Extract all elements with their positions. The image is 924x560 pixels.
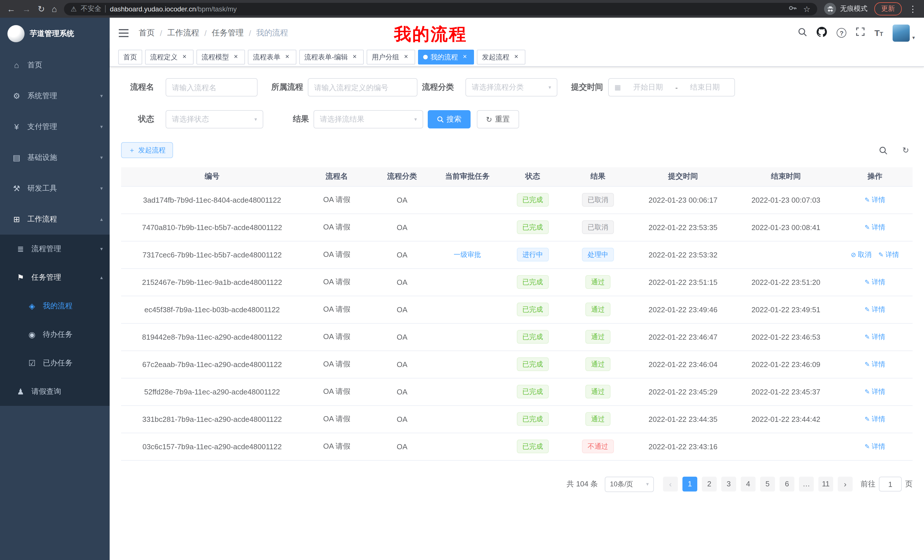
sidebar-item-infrastructure[interactable]: ▤基础设施▾ xyxy=(0,142,110,173)
help-icon[interactable]: ? xyxy=(837,28,846,38)
sidebar-item-task-mgmt[interactable]: ⚑任务管理▴ xyxy=(0,263,110,292)
breadcrumb-item[interactable]: 工作流程 xyxy=(167,28,199,38)
page-button-6[interactable]: 6 xyxy=(780,477,794,491)
sidebar-item-home[interactable]: ⌂首页 xyxy=(0,49,110,81)
row-action-detail[interactable]: ✎详情 xyxy=(865,414,885,424)
current-task-link[interactable]: 一级审批 xyxy=(454,250,481,258)
row-action-detail[interactable]: ✎详情 xyxy=(865,442,885,451)
tab-user-group[interactable]: 用户分组× xyxy=(367,49,415,64)
page-button-3[interactable]: 3 xyxy=(721,477,736,491)
github-icon[interactable] xyxy=(817,27,827,39)
goto-page-input[interactable] xyxy=(879,477,902,491)
page-button-2[interactable]: 2 xyxy=(702,477,717,491)
sidebar-item-my-process[interactable]: ◈我的流程 xyxy=(0,292,110,320)
sidebar-item-payment[interactable]: ¥支付管理▾ xyxy=(0,111,110,142)
refresh-table-icon[interactable]: ↻ xyxy=(899,143,913,157)
search-icon[interactable] xyxy=(798,27,807,39)
sidebar-item-system[interactable]: ⚙系统管理▾ xyxy=(0,81,110,111)
result-select[interactable]: 请选择流结果▾ xyxy=(314,110,423,129)
process-category-cell: OA xyxy=(370,405,434,433)
pagination: 共 104 条 10条/页▾ ‹ 123456…11 › 前往 页 xyxy=(121,476,913,492)
sidebar-item-dev-tools[interactable]: ⚒研发工具▾ xyxy=(0,173,110,204)
font-size-icon[interactable]: TT xyxy=(874,28,883,38)
sidebar-item-todo-tasks[interactable]: ◉待办任务 xyxy=(0,320,110,349)
sidebar-item-workflow[interactable]: ⊞工作流程▴ xyxy=(0,204,110,235)
browser-home-icon[interactable]: ⌂ xyxy=(52,4,57,13)
user-menu[interactable]: ▾ xyxy=(893,24,915,41)
process-name-input[interactable] xyxy=(166,78,258,96)
tab-start-process[interactable]: 发起流程× xyxy=(477,49,525,64)
status-cell: 已完成 xyxy=(501,214,564,241)
action-label: 详情 xyxy=(885,250,899,259)
close-tab-icon[interactable]: × xyxy=(232,53,240,61)
sidebar-item-process-mgmt[interactable]: ≣流程管理▾ xyxy=(0,235,110,263)
category-select[interactable]: 请选择流程分类▾ xyxy=(465,78,557,96)
parent-process-input[interactable] xyxy=(308,78,417,96)
current-task-cell xyxy=(434,186,501,214)
submit-time-range-picker[interactable]: ▦ 开始日期 - 结束日期 xyxy=(608,78,735,96)
process-id-cell: ec45f38f-7b9a-11ec-b03b-acde48001122 xyxy=(121,296,303,323)
page-button-1[interactable]: 1 xyxy=(682,477,697,491)
tab-process-definition[interactable]: 流程定义× xyxy=(145,49,194,64)
page-button-5[interactable]: 5 xyxy=(760,477,775,491)
tab-process-model[interactable]: 流程模型× xyxy=(196,49,245,64)
toggle-search-icon[interactable] xyxy=(876,143,890,157)
update-button[interactable]: 更新 xyxy=(874,2,902,15)
table-row: 331bc281-7b9a-11ec-a290-acde48001122OA 请… xyxy=(121,405,913,433)
avatar[interactable] xyxy=(893,24,910,41)
hamburger-icon[interactable] xyxy=(119,28,130,37)
system-icon: ⚙ xyxy=(11,91,22,100)
close-tab-icon[interactable]: × xyxy=(180,53,189,61)
process-category-cell: OA xyxy=(370,214,434,241)
actions-cell: ✎详情 xyxy=(837,268,913,296)
current-task-cell xyxy=(434,378,501,405)
tab-process-form[interactable]: 流程表单× xyxy=(248,49,296,64)
password-key-icon[interactable] xyxy=(788,3,798,14)
action-label: 详情 xyxy=(872,277,885,287)
bookmark-star-icon[interactable]: ☆ xyxy=(803,4,810,13)
address-bar[interactable]: ⚠ 不安全 dashboard.yudao.iocoder.cn/bpm/tas… xyxy=(64,3,817,15)
status-cell: 已完成 xyxy=(501,268,564,296)
result-cell: 已取消 xyxy=(564,186,632,214)
page-button-4[interactable]: 4 xyxy=(741,477,756,491)
breadcrumb-item[interactable]: 任务管理 xyxy=(212,28,244,38)
next-page-button[interactable]: › xyxy=(838,477,853,491)
sidebar-item-leave-query[interactable]: ♟请假查询 xyxy=(0,377,110,406)
sidebar-item-done-tasks[interactable]: ☑已办任务 xyxy=(0,349,110,377)
tab-my-process[interactable]: 我的流程× xyxy=(418,49,474,64)
page-size-select[interactable]: 10条/页▾ xyxy=(605,476,654,492)
prev-page-button[interactable]: ‹ xyxy=(663,477,678,491)
close-tab-icon[interactable]: × xyxy=(512,53,520,61)
search-button[interactable]: 搜索 xyxy=(428,110,471,129)
row-action-cancel[interactable]: ⊘取消 xyxy=(851,250,872,259)
browser-forward-icon[interactable]: → xyxy=(22,4,31,13)
tab-home[interactable]: 首页 xyxy=(118,49,142,64)
close-tab-icon[interactable]: × xyxy=(402,53,410,61)
breadcrumb-item[interactable]: 首页 xyxy=(139,28,155,38)
result-cell: 处理中 xyxy=(564,241,632,268)
page-button-11[interactable]: 11 xyxy=(818,477,833,491)
row-action-detail[interactable]: ✎详情 xyxy=(865,359,885,369)
row-action-detail[interactable]: ✎详情 xyxy=(865,332,885,341)
row-action-detail[interactable]: ✎详情 xyxy=(865,222,885,232)
browser-back-icon[interactable]: ← xyxy=(7,4,15,13)
chevron-down-icon: ▾ xyxy=(100,246,103,252)
reset-button[interactable]: ↻重置 xyxy=(477,110,519,129)
fullscreen-icon[interactable] xyxy=(856,27,865,38)
row-action-detail[interactable]: ✎详情 xyxy=(865,195,885,205)
browser-menu-icon[interactable]: ⋮ xyxy=(909,4,917,14)
row-action-detail[interactable]: ✎详情 xyxy=(878,250,899,259)
result-tag: 已取消 xyxy=(582,193,614,207)
create-process-button[interactable]: ＋发起流程 xyxy=(121,142,173,158)
process-name-cell: OA 请假 xyxy=(303,186,370,214)
pagination-more[interactable]: … xyxy=(799,477,814,491)
row-action-detail[interactable]: ✎详情 xyxy=(865,387,885,397)
status-select[interactable]: 请选择状态▾ xyxy=(166,110,263,129)
close-tab-icon[interactable]: × xyxy=(461,53,469,61)
row-action-detail[interactable]: ✎详情 xyxy=(865,277,885,287)
close-tab-icon[interactable]: × xyxy=(351,53,358,61)
browser-reload-icon[interactable]: ↻ xyxy=(38,4,45,13)
tab-process-form-edit[interactable]: 流程表单-编辑× xyxy=(299,49,364,64)
close-tab-icon[interactable]: × xyxy=(283,53,291,61)
row-action-detail[interactable]: ✎详情 xyxy=(865,304,885,314)
